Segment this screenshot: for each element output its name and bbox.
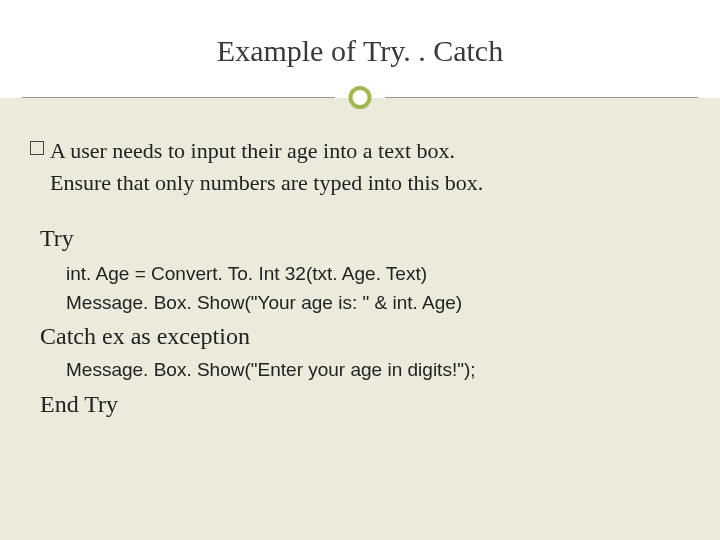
content-area: A user needs to input their age into a t…: [0, 98, 720, 418]
ring-icon: [349, 86, 372, 109]
code-end-keyword: End Try: [40, 391, 690, 418]
header: Example of Try. . Catch: [0, 0, 720, 98]
divider-line-right: [385, 97, 698, 98]
code-line-2: Message. Box. Show("Your age is: " & int…: [66, 289, 690, 318]
bullet-square-icon: [30, 141, 44, 155]
intro-line-1: A user needs to input their age into a t…: [50, 136, 455, 166]
bullet-item: A user needs to input their age into a t…: [30, 136, 690, 166]
slide: Example of Try. . Catch A user needs to …: [0, 0, 720, 540]
code-line-1: int. Age = Convert. To. Int 32(txt. Age.…: [66, 260, 690, 289]
slide-title: Example of Try. . Catch: [0, 0, 720, 68]
divider: [0, 86, 720, 110]
code-catch-keyword: Catch ex as exception: [40, 323, 690, 350]
divider-line-left: [22, 97, 335, 98]
code-try-keyword: Try: [40, 225, 690, 252]
code-line-3: Message. Box. Show("Enter your age in di…: [66, 356, 690, 385]
intro-line-2: Ensure that only numbers are typed into …: [50, 168, 690, 198]
